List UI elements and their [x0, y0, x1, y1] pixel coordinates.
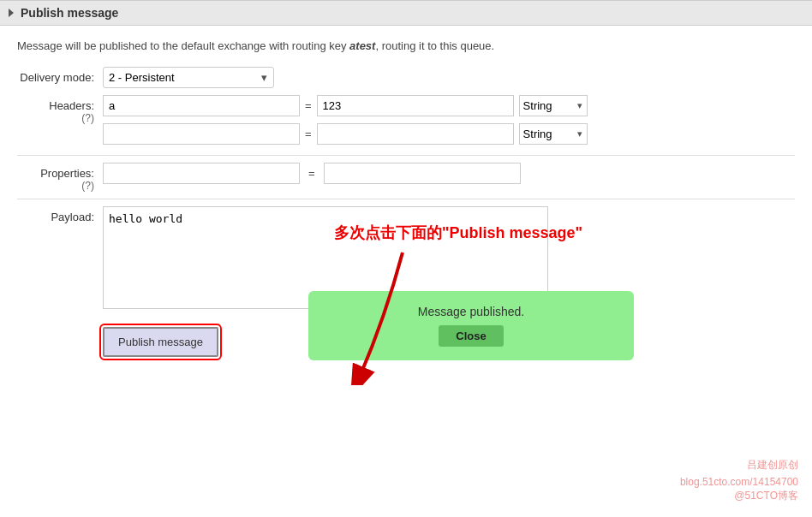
header-row-2: = String Number Boolean — [103, 123, 588, 145]
headers-row: Headers: (?) = String Number Boolean — [17, 95, 795, 148]
delivery-mode-label: Delivery mode: — [17, 67, 103, 84]
routing-key: atest — [349, 39, 375, 52]
watermark-author: 吕建创原创 — [747, 458, 798, 472]
properties-label: Properties: (?) — [17, 163, 103, 192]
info-text: Message will be published to the default… — [17, 38, 795, 55]
equals-2: = — [305, 128, 312, 140]
delivery-mode-select[interactable]: 1 - Non-persistent 2 - Persistent — [103, 67, 274, 88]
header-key-1[interactable] — [103, 95, 300, 116]
equals-prop: = — [308, 167, 315, 180]
delivery-mode-select-wrapper: 1 - Non-persistent 2 - Persistent — [103, 67, 274, 88]
header-value-1[interactable] — [317, 95, 514, 116]
info-text-part2: , routing it to this queue. — [375, 39, 494, 52]
main-container: Publish message Message will be publishe… — [0, 0, 812, 517]
property-key-input[interactable] — [103, 163, 300, 184]
equals-1: = — [305, 99, 312, 112]
type-select-wrapper-2: String Number Boolean — [519, 123, 588, 145]
headers-section: = String Number Boolean = — [103, 95, 588, 148]
property-value-input[interactable] — [324, 163, 521, 184]
delivery-mode-controls: 1 - Non-persistent 2 - Persistent — [103, 67, 274, 88]
header-type-select-1[interactable]: String Number Boolean — [519, 95, 588, 116]
delivery-mode-row: Delivery mode: 1 - Non-persistent 2 - Pe… — [17, 67, 795, 88]
watermark-51cto: @51CTO博客 — [734, 489, 798, 503]
header-type-select-2[interactable]: String Number Boolean — [519, 123, 588, 145]
header-key-2[interactable] — [103, 123, 300, 145]
section-header: Publish message — [0, 0, 812, 26]
type-select-wrapper-1: String Number Boolean — [519, 95, 588, 116]
section-title: Publish message — [21, 6, 118, 20]
header-row-1: = String Number Boolean — [103, 95, 588, 116]
divider-1 — [17, 155, 795, 156]
info-text-part1: Message will be published to the default… — [17, 39, 349, 52]
notification-message: Message published. — [325, 305, 617, 318]
publish-message-button[interactable]: Publish message — [103, 327, 218, 357]
properties-controls: = — [103, 163, 521, 184]
collapse-icon[interactable] — [9, 9, 14, 17]
header-value-2[interactable] — [317, 123, 514, 145]
watermark-blog: blog.51cto.com/14154700 — [680, 476, 798, 488]
headers-label: Headers: (?) — [17, 95, 103, 124]
payload-label: Payload: — [17, 206, 103, 223]
properties-row: Properties: (?) = — [17, 163, 795, 192]
divider-2 — [17, 199, 795, 199]
